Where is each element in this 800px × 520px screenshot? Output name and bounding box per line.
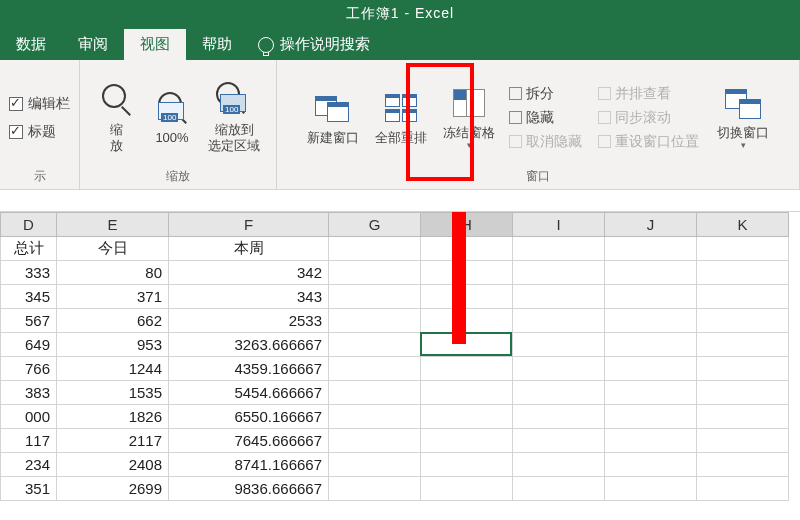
cell[interactable]: 3263.666667 <box>169 333 329 357</box>
cell[interactable] <box>421 429 513 453</box>
cell[interactable] <box>513 477 605 501</box>
cell[interactable]: 4359.166667 <box>169 357 329 381</box>
cell[interactable] <box>329 453 421 477</box>
cell[interactable]: 351 <box>1 477 57 501</box>
cell[interactable]: 8741.166667 <box>169 453 329 477</box>
col-header-F[interactable]: F <box>169 213 329 237</box>
cell[interactable] <box>421 477 513 501</box>
cell[interactable]: 5454.666667 <box>169 381 329 405</box>
cell[interactable] <box>329 381 421 405</box>
cell[interactable]: 2533 <box>169 309 329 333</box>
tab-review[interactable]: 审阅 <box>62 29 124 60</box>
cell[interactable]: 649 <box>1 333 57 357</box>
cell[interactable] <box>605 285 697 309</box>
cell[interactable] <box>697 405 789 429</box>
cell[interactable] <box>697 453 789 477</box>
col-header-K[interactable]: K <box>697 213 789 237</box>
freeze-panes-button[interactable]: 冻结窗格 ▾ <box>435 79 503 151</box>
cell[interactable]: 今日 <box>57 237 169 261</box>
col-header-I[interactable]: I <box>513 213 605 237</box>
cell[interactable] <box>329 237 421 261</box>
cell[interactable] <box>697 477 789 501</box>
zoom-100-button[interactable]: 100% <box>144 84 200 146</box>
tell-me-search[interactable]: 操作说明搜索 <box>248 29 380 60</box>
cell[interactable] <box>513 429 605 453</box>
formula-bar-area[interactable] <box>0 190 800 212</box>
cell[interactable] <box>605 429 697 453</box>
cell[interactable] <box>329 405 421 429</box>
cell[interactable]: 234 <box>1 453 57 477</box>
col-header-H[interactable]: H <box>421 213 513 237</box>
cell[interactable]: 总计 <box>1 237 57 261</box>
cell[interactable]: 9836.666667 <box>169 477 329 501</box>
cell[interactable] <box>329 285 421 309</box>
new-window-button[interactable]: 新建窗口 <box>299 84 367 146</box>
cell[interactable]: 7645.666667 <box>169 429 329 453</box>
cell[interactable] <box>605 261 697 285</box>
cell[interactable] <box>697 261 789 285</box>
cell[interactable] <box>605 477 697 501</box>
cell[interactable] <box>605 357 697 381</box>
cell[interactable]: 766 <box>1 357 57 381</box>
cell[interactable] <box>513 381 605 405</box>
cell[interactable] <box>697 333 789 357</box>
cell[interactable] <box>605 405 697 429</box>
col-header-G[interactable]: G <box>329 213 421 237</box>
cell[interactable]: 2117 <box>57 429 169 453</box>
cell[interactable] <box>697 357 789 381</box>
cell[interactable] <box>329 309 421 333</box>
cell[interactable] <box>605 309 697 333</box>
tab-data[interactable]: 数据 <box>0 29 62 60</box>
cell[interactable] <box>605 453 697 477</box>
cell[interactable]: 6550.166667 <box>169 405 329 429</box>
tab-help[interactable]: 帮助 <box>186 29 248 60</box>
arrange-all-button[interactable]: 全部重排 <box>367 84 435 146</box>
cell[interactable] <box>421 453 513 477</box>
cell[interactable]: 80 <box>57 261 169 285</box>
cell[interactable] <box>421 261 513 285</box>
cell[interactable] <box>329 429 421 453</box>
chk-headings[interactable]: 标题 <box>9 123 70 141</box>
cell[interactable] <box>329 357 421 381</box>
hide-button[interactable]: 隐藏 <box>509 107 582 129</box>
cell[interactable] <box>513 309 605 333</box>
cell[interactable] <box>421 405 513 429</box>
cell[interactable]: 117 <box>1 429 57 453</box>
zoom-button[interactable]: 缩 放 <box>88 76 144 153</box>
cell[interactable] <box>513 285 605 309</box>
cell[interactable] <box>605 237 697 261</box>
cell[interactable] <box>513 453 605 477</box>
cell[interactable] <box>329 261 421 285</box>
cell[interactable]: 343 <box>169 285 329 309</box>
split-button[interactable]: 拆分 <box>509 83 582 105</box>
cell[interactable] <box>697 309 789 333</box>
cell[interactable] <box>513 261 605 285</box>
cell[interactable] <box>421 285 513 309</box>
cell[interactable] <box>513 237 605 261</box>
cell[interactable] <box>697 429 789 453</box>
cell[interactable]: 953 <box>57 333 169 357</box>
cell[interactable]: 本周 <box>169 237 329 261</box>
col-header-E[interactable]: E <box>57 213 169 237</box>
cell[interactable] <box>421 381 513 405</box>
tab-view[interactable]: 视图 <box>124 29 186 60</box>
cell[interactable]: 333 <box>1 261 57 285</box>
switch-window-button[interactable]: 切换窗口 ▾ <box>709 79 777 151</box>
cell[interactable] <box>605 333 697 357</box>
cell[interactable]: 2699 <box>57 477 169 501</box>
cell[interactable]: 1535 <box>57 381 169 405</box>
cell[interactable] <box>605 381 697 405</box>
cell[interactable] <box>329 333 421 357</box>
cell[interactable]: 1826 <box>57 405 169 429</box>
cell[interactable] <box>513 357 605 381</box>
cell[interactable] <box>421 309 513 333</box>
cell[interactable] <box>697 237 789 261</box>
cell[interactable] <box>421 357 513 381</box>
cell[interactable]: 662 <box>57 309 169 333</box>
cell[interactable]: 567 <box>1 309 57 333</box>
cell[interactable]: 1244 <box>57 357 169 381</box>
cell[interactable]: 383 <box>1 381 57 405</box>
chk-formula-bar[interactable]: 编辑栏 <box>9 95 70 113</box>
cell[interactable] <box>421 237 513 261</box>
cell[interactable] <box>329 477 421 501</box>
